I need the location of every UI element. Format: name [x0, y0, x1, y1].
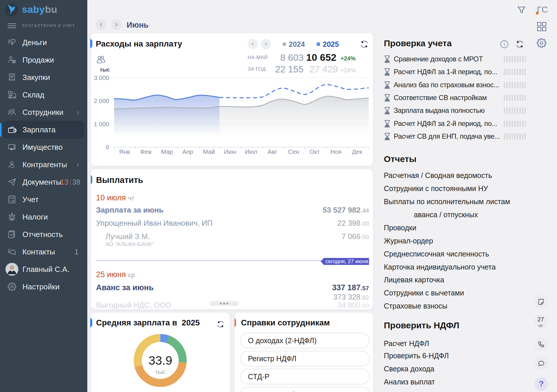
svg-text:3 000: 3 000: [94, 74, 109, 81]
svg-text:Мар: Мар: [161, 148, 173, 155]
svg-text:Сен: Сен: [288, 148, 299, 155]
svg-text:Июл: Июл: [245, 148, 258, 155]
svg-text:Апр: Апр: [182, 148, 193, 155]
svg-text:Окт: Окт: [309, 148, 320, 155]
svg-text:Июн: Июн: [224, 148, 236, 155]
svg-text:Дек: Дек: [352, 148, 362, 155]
svg-text:Янв: Янв: [119, 148, 130, 155]
svg-text:0: 0: [106, 144, 109, 150]
svg-text:Авг: Авг: [268, 148, 277, 155]
svg-text:Май: Май: [203, 148, 215, 155]
svg-text:Фев: Фев: [140, 148, 152, 155]
svg-text:2 000: 2 000: [94, 97, 109, 104]
svg-text:Ноя: Ноя: [330, 148, 341, 155]
svg-text:1 000: 1 000: [94, 121, 109, 127]
